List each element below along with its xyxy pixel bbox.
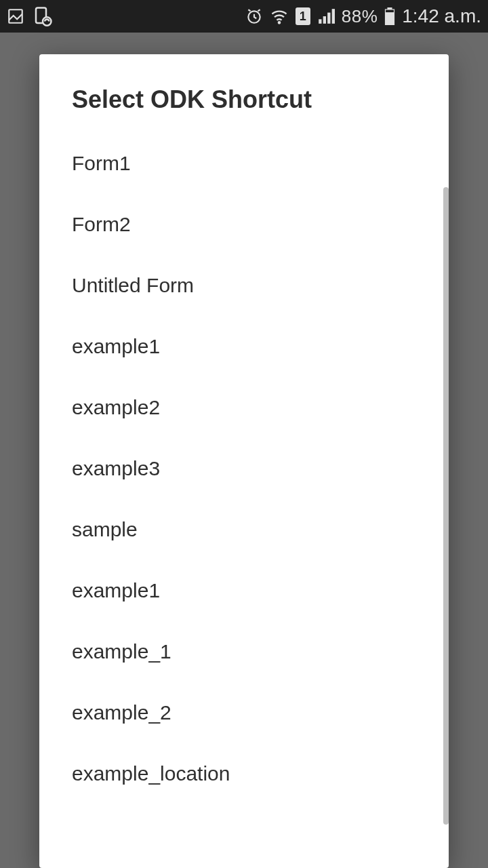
svg-rect-9 xyxy=(327,13,330,24)
battery-percent-text: 88% xyxy=(342,6,378,27)
svg-line-5 xyxy=(258,9,260,11)
list-item[interactable]: Form2 xyxy=(39,194,449,255)
list-item[interactable]: example3 xyxy=(39,438,449,499)
alarm-icon xyxy=(245,7,263,25)
svg-rect-8 xyxy=(323,16,325,24)
shortcut-list[interactable]: Form1Form2Untitled Formexample1example2e… xyxy=(39,133,449,868)
scrollbar-thumb[interactable] xyxy=(443,187,449,825)
list-item[interactable]: example1 xyxy=(39,316,449,377)
list-item[interactable]: sample xyxy=(39,499,449,560)
battery-icon xyxy=(384,7,395,25)
clock-text: 1:42 a.m. xyxy=(402,5,481,27)
sim-badge: 1 xyxy=(296,7,310,25)
list-item[interactable]: example_location xyxy=(39,743,449,804)
shortcut-dialog: Select ODK Shortcut Form1Form2Untitled F… xyxy=(39,54,449,868)
status-bar: 1 88% 1:42 a.m. xyxy=(0,0,488,33)
svg-rect-13 xyxy=(386,10,394,13)
svg-line-4 xyxy=(248,9,250,11)
svg-rect-12 xyxy=(388,7,392,10)
list-item[interactable]: Form1 xyxy=(39,133,449,194)
device-sync-icon xyxy=(33,6,53,26)
list-item[interactable]: example2 xyxy=(39,377,449,438)
dialog-title: Select ODK Shortcut xyxy=(39,54,449,133)
list-item[interactable]: example1 xyxy=(39,560,449,621)
image-icon xyxy=(7,7,24,25)
signal-icon xyxy=(317,7,335,25)
svg-rect-7 xyxy=(319,19,321,24)
list-item[interactable]: example_1 xyxy=(39,621,449,682)
svg-rect-10 xyxy=(331,9,334,24)
wifi-icon xyxy=(270,7,289,26)
list-item[interactable]: example_2 xyxy=(39,682,449,743)
svg-point-6 xyxy=(279,22,280,23)
list-item[interactable]: Untitled Form xyxy=(39,255,449,316)
